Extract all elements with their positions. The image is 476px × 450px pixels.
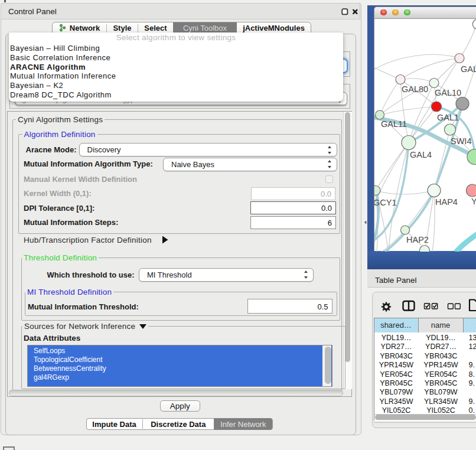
svg-text:GAL1: GAL1	[437, 112, 459, 122]
svg-text:GAL2: GAL2	[461, 64, 476, 74]
svg-text:GAL11: GAL11	[381, 119, 407, 128]
svg-text:GCY1: GCY1	[374, 198, 397, 207]
svg-text:Y: Y	[471, 196, 476, 206]
svg-text:SWI4: SWI4	[451, 136, 471, 145]
svg-text:GAL10: GAL10	[435, 88, 461, 97]
svg-text:GAL4: GAL4	[410, 149, 432, 159]
svg-text:HAP4: HAP4	[435, 197, 458, 206]
svg-text:HAP2: HAP2	[406, 234, 429, 244]
svg-text:GAL80: GAL80	[402, 84, 428, 94]
